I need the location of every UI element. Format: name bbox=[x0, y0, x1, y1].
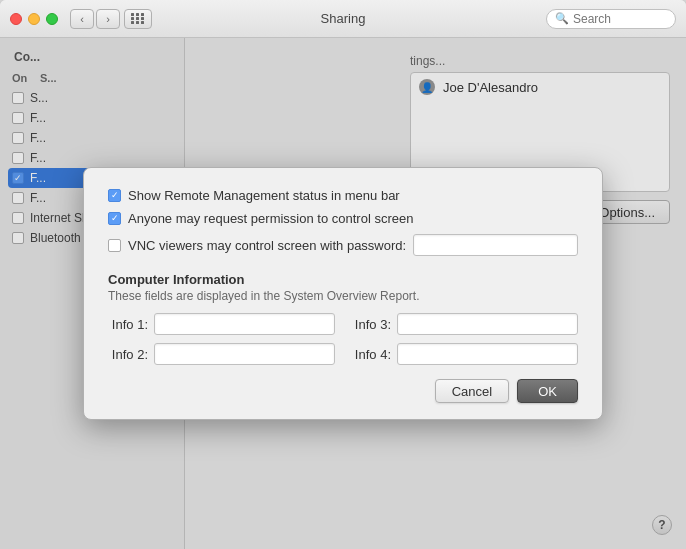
dialog-buttons: Cancel OK bbox=[108, 379, 578, 403]
minimize-button[interactable] bbox=[28, 13, 40, 25]
checkbox-vnc[interactable] bbox=[108, 239, 121, 252]
window: ‹ › Sharing 🔍 Co... On S... bbox=[0, 0, 686, 549]
info-field-row-4: Info 4: bbox=[351, 343, 578, 365]
info-label-1: Info 1: bbox=[108, 317, 148, 332]
info-input-1[interactable] bbox=[154, 313, 335, 335]
cancel-button[interactable]: Cancel bbox=[435, 379, 509, 403]
dialog-overlay: ✓ Show Remote Management status in menu … bbox=[0, 38, 686, 549]
info-field-row-2: Info 2: bbox=[108, 343, 335, 365]
info-field-row-1: Info 1: bbox=[108, 313, 335, 335]
info-input-2[interactable] bbox=[154, 343, 335, 365]
titlebar: ‹ › Sharing 🔍 bbox=[0, 0, 686, 38]
back-button[interactable]: ‹ bbox=[70, 9, 94, 29]
grid-icon bbox=[131, 13, 145, 24]
dialog: ✓ Show Remote Management status in menu … bbox=[83, 167, 603, 420]
maximize-button[interactable] bbox=[46, 13, 58, 25]
search-input[interactable] bbox=[573, 12, 663, 26]
computer-info-title: Computer Information bbox=[108, 272, 578, 287]
checkbox3-label: VNC viewers may control screen with pass… bbox=[128, 238, 406, 253]
check-icon-1: ✓ bbox=[111, 191, 119, 200]
grid-view-button[interactable] bbox=[124, 9, 152, 29]
info-field-row-3: Info 3: bbox=[351, 313, 578, 335]
info-label-2: Info 2: bbox=[108, 347, 148, 362]
computer-info-subtitle: These fields are displayed in the System… bbox=[108, 289, 578, 303]
vnc-row: VNC viewers may control screen with pass… bbox=[108, 234, 578, 256]
nav-buttons: ‹ › bbox=[70, 9, 120, 29]
checkbox2-label: Anyone may request permission to control… bbox=[128, 211, 413, 226]
info-label-4: Info 4: bbox=[351, 347, 391, 362]
checkbox-remote-management[interactable]: ✓ bbox=[108, 189, 121, 202]
checkbox-row-1: ✓ Show Remote Management status in menu … bbox=[108, 188, 578, 203]
search-box[interactable]: 🔍 bbox=[546, 9, 676, 29]
vnc-password-input[interactable] bbox=[413, 234, 578, 256]
info-label-3: Info 3: bbox=[351, 317, 391, 332]
traffic-lights bbox=[10, 13, 58, 25]
content-area: Co... On S... S... F... F... bbox=[0, 38, 686, 549]
window-title: Sharing bbox=[321, 11, 366, 26]
checkbox-row-2: ✓ Anyone may request permission to contr… bbox=[108, 211, 578, 226]
info-input-4[interactable] bbox=[397, 343, 578, 365]
ok-button[interactable]: OK bbox=[517, 379, 578, 403]
close-button[interactable] bbox=[10, 13, 22, 25]
checkbox-request-permission[interactable]: ✓ bbox=[108, 212, 121, 225]
checkbox1-label: Show Remote Management status in menu ba… bbox=[128, 188, 400, 203]
search-icon: 🔍 bbox=[555, 12, 569, 25]
info-input-3[interactable] bbox=[397, 313, 578, 335]
computer-info-section: Computer Information These fields are di… bbox=[108, 272, 578, 365]
info-fields-grid: Info 1: Info 3: Info 2: Info 4: bbox=[108, 313, 578, 365]
check-icon-2: ✓ bbox=[111, 214, 119, 223]
forward-button[interactable]: › bbox=[96, 9, 120, 29]
